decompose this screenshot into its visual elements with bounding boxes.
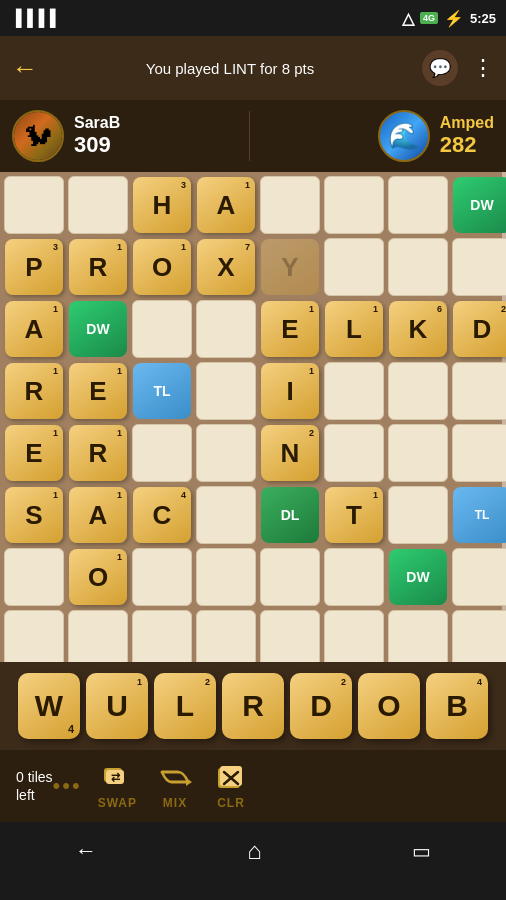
player2-info: 🌊 Amped 282: [378, 110, 494, 162]
cell-5-3[interactable]: [196, 486, 256, 544]
cell-3-2[interactable]: TL: [132, 362, 192, 420]
cell-0-3[interactable]: A1: [196, 176, 256, 234]
rack-tile-R[interactable]: R: [222, 673, 284, 739]
player1-avatar-img: 🐿: [14, 112, 62, 160]
cell-1-1[interactable]: R1: [68, 238, 128, 296]
cell-2-0[interactable]: A1: [4, 300, 64, 358]
cell-0-6[interactable]: [388, 176, 448, 234]
cell-4-3[interactable]: [196, 424, 256, 482]
cell-0-1[interactable]: [68, 176, 128, 234]
rack-tile-O[interactable]: O: [358, 673, 420, 739]
cell-0-4[interactable]: [260, 176, 320, 234]
rack-tile-W[interactable]: W4: [18, 673, 80, 739]
cell-0-0[interactable]: [4, 176, 64, 234]
chat-button[interactable]: 💬: [422, 50, 458, 86]
bottom-toolbar: 0 tilesleft ••• ⇄ SWAP: [0, 750, 506, 822]
cell-6-4[interactable]: [260, 548, 320, 606]
cell-3-7[interactable]: [452, 362, 506, 420]
tile-rack: W4 U1 L2 R D2 O B4: [0, 662, 506, 750]
cell-4-1[interactable]: R1: [68, 424, 128, 482]
swap-icon: ⇄: [99, 763, 135, 793]
cell-1-4[interactable]: Y: [260, 238, 320, 296]
clr-button[interactable]: CLR: [213, 763, 249, 810]
bonus-dw-2-1: DW: [69, 301, 127, 357]
cell-5-2[interactable]: C4: [132, 486, 192, 544]
cell-3-4[interactable]: I1: [260, 362, 320, 420]
bonus-tl-3-2: TL: [133, 363, 191, 419]
cell-0-5[interactable]: [324, 176, 384, 234]
mix-button[interactable]: MIX: [157, 763, 193, 810]
cell-2-6[interactable]: K6: [388, 300, 448, 358]
nav-back-button[interactable]: ←: [75, 838, 97, 864]
rack-tile-B[interactable]: B4: [426, 673, 488, 739]
cell-1-0[interactable]: P3: [4, 238, 64, 296]
cell-1-6[interactable]: [388, 238, 448, 296]
menu-button[interactable]: ⋮: [472, 55, 494, 81]
cell-4-2[interactable]: [132, 424, 192, 482]
cell-2-5[interactable]: L1: [324, 300, 384, 358]
cell-1-2[interactable]: O1: [132, 238, 192, 296]
cell-6-0[interactable]: [4, 548, 64, 606]
cell-5-0[interactable]: S1: [4, 486, 64, 544]
svg-marker-3: [186, 778, 192, 786]
cell-7-1[interactable]: [68, 610, 128, 662]
tile-O-r6: O1: [69, 549, 127, 605]
cell-5-1[interactable]: A1: [68, 486, 128, 544]
rack-tile-U[interactable]: U1: [86, 673, 148, 739]
cell-0-2[interactable]: H3: [132, 176, 192, 234]
cell-6-1[interactable]: O1: [68, 548, 128, 606]
cell-3-5[interactable]: [324, 362, 384, 420]
action-buttons: ⇄ SWAP MIX: [98, 763, 249, 810]
cell-0-7[interactable]: DW: [452, 176, 506, 234]
cell-2-4[interactable]: E1: [260, 300, 320, 358]
cell-4-0[interactable]: E1: [4, 424, 64, 482]
tile-R-r4: R1: [69, 425, 127, 481]
cell-3-3[interactable]: [196, 362, 256, 420]
cell-1-5[interactable]: [324, 238, 384, 296]
cell-2-1[interactable]: DW: [68, 300, 128, 358]
nav-home-button[interactable]: ⌂: [247, 837, 262, 865]
cell-7-6[interactable]: [388, 610, 448, 662]
cell-7-3[interactable]: [196, 610, 256, 662]
cell-2-2[interactable]: [132, 300, 192, 358]
cell-5-7[interactable]: TL: [452, 486, 506, 544]
cell-7-0[interactable]: [4, 610, 64, 662]
tile-K: K6: [389, 301, 447, 357]
tile-R-r1: R1: [69, 239, 127, 295]
cell-3-6[interactable]: [388, 362, 448, 420]
nav-recents-button[interactable]: ▭: [412, 839, 431, 863]
player1-avatar: 🐿: [12, 110, 64, 162]
cell-4-7[interactable]: [452, 424, 506, 482]
nav-bar: ← ⌂ ▭: [0, 822, 506, 880]
cell-6-6[interactable]: DW: [388, 548, 448, 606]
cell-6-3[interactable]: [196, 548, 256, 606]
cell-7-4[interactable]: [260, 610, 320, 662]
cell-4-4[interactable]: N2: [260, 424, 320, 482]
cell-3-0[interactable]: R1: [4, 362, 64, 420]
cell-3-1[interactable]: E1: [68, 362, 128, 420]
back-button[interactable]: ←: [12, 53, 38, 84]
swap-button[interactable]: ⇄ SWAP: [98, 763, 137, 810]
rack-tile-L[interactable]: L2: [154, 673, 216, 739]
signal-bars-icon: ▐▐▐▐: [10, 9, 55, 27]
rack-tile-D[interactable]: D2: [290, 673, 352, 739]
cell-5-5[interactable]: T1: [324, 486, 384, 544]
cell-7-2[interactable]: [132, 610, 192, 662]
cell-2-7[interactable]: D2: [452, 300, 506, 358]
game-board[interactable]: H3 A1 DW P3 R1 O1 X7 Y A1: [0, 172, 506, 662]
cell-2-3[interactable]: [196, 300, 256, 358]
cell-7-5[interactable]: [324, 610, 384, 662]
cell-5-6[interactable]: [388, 486, 448, 544]
cell-5-4[interactable]: DL: [260, 486, 320, 544]
cell-7-7[interactable]: [452, 610, 506, 662]
cell-1-7[interactable]: [452, 238, 506, 296]
mix-label: MIX: [163, 796, 187, 810]
tile-S: S1: [5, 487, 63, 543]
cell-1-3[interactable]: X7: [196, 238, 256, 296]
chat-icon: 💬: [429, 57, 451, 79]
cell-6-5[interactable]: [324, 548, 384, 606]
cell-4-6[interactable]: [388, 424, 448, 482]
cell-6-7[interactable]: [452, 548, 506, 606]
cell-6-2[interactable]: [132, 548, 192, 606]
cell-4-5[interactable]: [324, 424, 384, 482]
